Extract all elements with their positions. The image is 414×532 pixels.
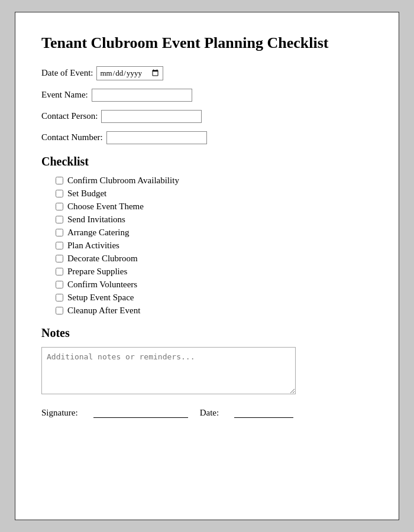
list-item: Send Invitations bbox=[56, 215, 373, 225]
page-title: Tenant Clubroom Event Planning Checklist bbox=[41, 34, 373, 53]
date-of-event-label: Date of Event: bbox=[41, 68, 93, 78]
date-of-event-input[interactable] bbox=[96, 66, 163, 80]
checklist-list: Confirm Clubroom AvailabilitySet BudgetC… bbox=[41, 176, 373, 316]
checklist-checkbox[interactable] bbox=[56, 177, 63, 184]
list-item: Plan Activities bbox=[56, 241, 373, 251]
list-item: Decorate Clubroom bbox=[56, 254, 373, 264]
contact-person-label: Contact Person: bbox=[41, 111, 98, 121]
list-item: Prepare Supplies bbox=[56, 267, 373, 277]
signature-line bbox=[93, 407, 188, 418]
checklist-checkbox[interactable] bbox=[56, 255, 63, 262]
contact-person-input[interactable] bbox=[101, 110, 202, 123]
list-item: Confirm Volunteers bbox=[56, 280, 373, 290]
checklist-checkbox[interactable] bbox=[56, 268, 63, 275]
checklist-item-label: Confirm Volunteers bbox=[67, 280, 137, 290]
date-line bbox=[234, 407, 293, 418]
signature-label: Signature: bbox=[41, 408, 78, 418]
checklist-checkbox[interactable] bbox=[56, 229, 63, 236]
checklist-section-title: Checklist bbox=[41, 155, 373, 168]
checklist-checkbox[interactable] bbox=[56, 281, 63, 288]
list-item: Arrange Catering bbox=[56, 228, 373, 238]
list-item: Choose Event Theme bbox=[56, 202, 373, 212]
checklist-checkbox[interactable] bbox=[56, 307, 63, 314]
checklist-checkbox[interactable] bbox=[56, 190, 63, 197]
list-item: Cleanup After Event bbox=[56, 306, 373, 316]
list-item: Setup Event Space bbox=[56, 293, 373, 303]
checklist-item-label: Setup Event Space bbox=[67, 293, 134, 303]
event-name-row: Event Name: bbox=[41, 89, 373, 102]
checklist-item-label: Arrange Catering bbox=[67, 228, 130, 238]
checklist-item-label: Set Budget bbox=[67, 189, 106, 199]
contact-number-input[interactable] bbox=[106, 131, 207, 144]
page-container: Tenant Clubroom Event Planning Checklist… bbox=[15, 12, 399, 520]
checklist-item-label: Prepare Supplies bbox=[67, 267, 127, 277]
checklist-checkbox[interactable] bbox=[56, 203, 63, 210]
contact-number-label: Contact Number: bbox=[41, 132, 103, 142]
event-name-input[interactable] bbox=[92, 89, 192, 102]
list-item: Confirm Clubroom Availability bbox=[56, 176, 373, 186]
event-name-label: Event Name: bbox=[41, 90, 88, 100]
checklist-item-label: Plan Activities bbox=[67, 241, 119, 251]
checklist-checkbox[interactable] bbox=[56, 294, 63, 301]
checklist-checkbox[interactable] bbox=[56, 216, 63, 223]
date-label: Date: bbox=[200, 408, 219, 418]
contact-person-row: Contact Person: bbox=[41, 110, 373, 123]
checklist-item-label: Send Invitations bbox=[67, 215, 125, 225]
contact-number-row: Contact Number: bbox=[41, 131, 373, 144]
list-item: Set Budget bbox=[56, 189, 373, 199]
notes-textarea[interactable] bbox=[41, 347, 296, 394]
checklist-item-label: Confirm Clubroom Availability bbox=[67, 176, 179, 186]
signature-row: Signature: Date: bbox=[41, 407, 373, 418]
checklist-item-label: Cleanup After Event bbox=[67, 306, 140, 316]
checklist-item-label: Decorate Clubroom bbox=[67, 254, 138, 264]
notes-section-title: Notes bbox=[41, 326, 373, 340]
date-of-event-row: Date of Event: bbox=[41, 66, 373, 80]
checklist-item-label: Choose Event Theme bbox=[67, 202, 144, 212]
checklist-checkbox[interactable] bbox=[56, 242, 63, 249]
